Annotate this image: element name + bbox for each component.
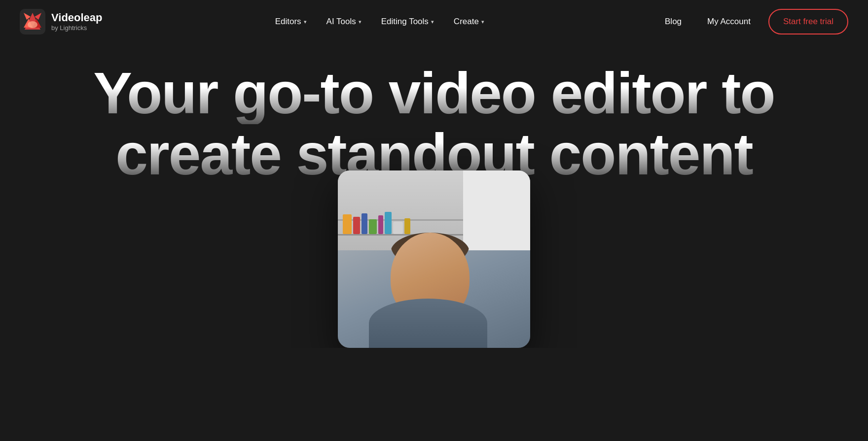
nav-blog[interactable]: Blog <box>657 13 689 31</box>
navbar: Videoleap by Lightricks Editors ▾ AI Too… <box>0 0 868 43</box>
nav-create-label: Create <box>454 17 479 27</box>
hero-section: Your go-to video editor to create stando… <box>0 43 868 348</box>
video-preview-card[interactable] <box>338 170 530 348</box>
hero-title: Your go-to video editor to create stando… <box>0 63 868 185</box>
chevron-down-icon: ▾ <box>431 19 434 25</box>
svg-point-6 <box>28 21 37 28</box>
logo-icon[interactable] <box>20 9 45 34</box>
hero-title-line1: Your go-to video editor to <box>39 63 829 124</box>
brand-subtitle: by Lightricks <box>51 24 103 32</box>
nav-ai-tools-label: AI Tools <box>326 17 356 27</box>
nav-editors-label: Editors <box>275 17 301 27</box>
chevron-down-icon: ▾ <box>481 19 484 25</box>
person-area <box>338 233 530 348</box>
nav-create[interactable]: Create ▾ <box>446 13 492 31</box>
nav-editors[interactable]: Editors ▾ <box>267 13 315 31</box>
start-free-trial-button[interactable]: Start free trial <box>768 9 848 34</box>
logo-area: Videoleap by Lightricks <box>20 9 103 34</box>
video-content <box>338 170 530 348</box>
nav-editing-tools-label: Editing Tools <box>381 17 429 27</box>
logo-text: Videoleap by Lightricks <box>51 12 103 31</box>
chevron-down-icon: ▾ <box>304 19 307 25</box>
nav-center: Editors ▾ AI Tools ▾ Editing Tools ▾ Cre… <box>267 13 492 31</box>
chevron-down-icon: ▾ <box>359 19 362 25</box>
nav-right: Blog My Account Start free trial <box>657 9 848 34</box>
person-body <box>369 299 487 348</box>
brand-name: Videoleap <box>51 12 103 24</box>
nav-ai-tools[interactable]: AI Tools ▾ <box>319 13 369 31</box>
video-preview-container <box>0 170 868 348</box>
nav-my-account[interactable]: My Account <box>699 13 759 31</box>
nav-editing-tools[interactable]: Editing Tools ▾ <box>373 13 442 31</box>
